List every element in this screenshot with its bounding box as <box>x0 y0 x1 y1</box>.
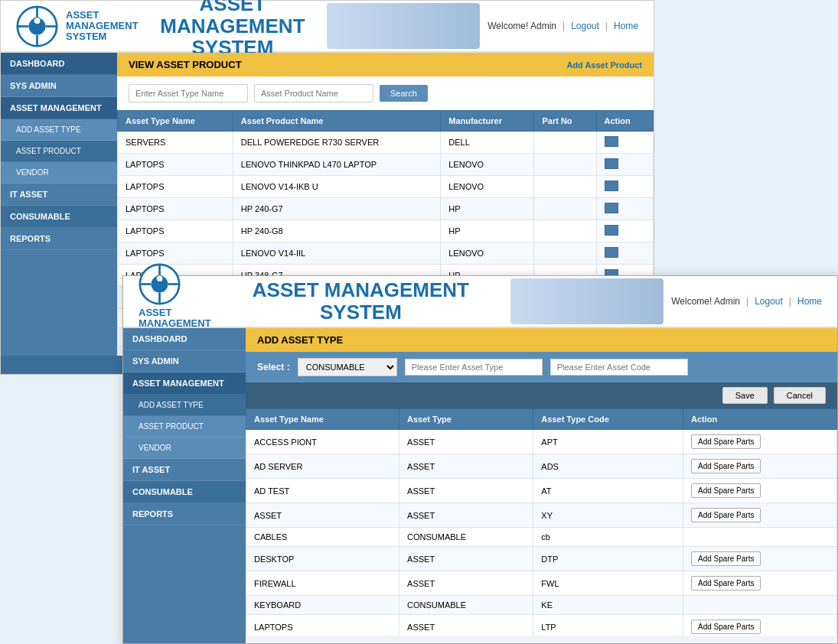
add-spare-parts-button[interactable]: Add Spare Parts <box>691 620 761 634</box>
logo-text: ASSETMANAGEMENTSYSTEM <box>66 10 139 43</box>
table-row: DESKTOPASSETDTPAdd Spare Parts <box>246 547 837 571</box>
edit-icon[interactable] <box>605 203 618 213</box>
add-asset-form-row: Select : ASSET CONSUMABLE <box>246 352 837 382</box>
sidebar-item-sysadmin[interactable]: SYS ADMIN <box>1 75 117 97</box>
col-part-no: Part No <box>534 111 596 132</box>
asset-code-input[interactable] <box>550 359 688 376</box>
col-action: Action <box>596 111 653 132</box>
cancel-button[interactable]: Cancel <box>774 387 826 404</box>
app-title2: ASSET MANAGEMENT SYSTEM <box>211 279 511 323</box>
table-row: CABLESCONSUMABLEcb <box>246 528 837 547</box>
add-asset-title: ADD ASSET TYPE <box>257 334 343 346</box>
user-nav: Welcome! Admin | Logout | Home <box>487 21 638 31</box>
select-label: Select : <box>257 362 290 372</box>
table-row: LAPTOPSHP 240-G7HP <box>118 198 654 220</box>
sidebar-item-asset-product[interactable]: ASSET PRODUCT <box>1 141 117 162</box>
s2-add-asset-type[interactable]: ADD ASSET TYPE <box>123 395 246 416</box>
col-product-name: Asset Product Name <box>233 111 440 132</box>
logout-link[interactable]: Logout <box>571 21 599 31</box>
add-spare-parts-button[interactable]: Add Spare Parts <box>691 576 761 590</box>
asset-type-table-wrap: Asset Type Name Asset Type Asset Type Co… <box>246 408 837 636</box>
table-row: AD SERVERASSETADSAdd Spare Parts <box>246 454 837 479</box>
col-asset-type: Asset Type Name <box>118 111 233 132</box>
table-row: ASSETASSETXYAdd Spare Parts <box>246 503 837 528</box>
sidebar2: DASHBOARD SYS ADMIN ASSET MANAGEMENT ADD… <box>123 328 246 643</box>
section-title-1: VIEW ASSET PRODUCT <box>129 59 242 70</box>
table-row: LAPTOPSASSETLTPAdd Spare Parts <box>246 615 837 636</box>
edit-icon[interactable] <box>605 136 618 147</box>
add-asset-product-link[interactable]: Add Asset Product <box>566 60 642 70</box>
s2-asset-product[interactable]: ASSET PRODUCT <box>123 416 246 437</box>
svg-point-6 <box>34 17 41 24</box>
table-row: LAPTOPSLENOVO V14-IILLENOVO <box>118 242 654 265</box>
table-row: LAPTOPSLENOVO V14-IKB ULENOVO <box>118 176 654 198</box>
t2-col-code: Asset Type Code <box>533 409 683 430</box>
asset-type-select[interactable]: ASSET CONSUMABLE <box>298 358 397 376</box>
t2-col-action: Action <box>683 409 837 430</box>
edit-icon[interactable] <box>605 181 618 191</box>
sidebar-item-vendor[interactable]: VENDOR <box>1 162 117 184</box>
search-asset-type-input[interactable] <box>129 84 248 102</box>
search-bar: Search <box>117 76 654 110</box>
home-link2[interactable]: Home <box>797 296 822 307</box>
header-banner <box>327 3 480 49</box>
t2-col-type: Asset Type <box>399 409 533 430</box>
window-add-asset-type: ASSETMANAGEMENTSYSTEM ASSET MANAGEMENT S… <box>122 275 838 644</box>
w2-body: DASHBOARD SYS ADMIN ASSET MANAGEMENT ADD… <box>123 328 837 643</box>
t2-col-name: Asset Type Name <box>246 409 399 430</box>
add-spare-parts-button[interactable]: Add Spare Parts <box>691 459 761 473</box>
main-content-2: ADD ASSET TYPE Select : ASSET CONSUMABLE… <box>246 328 837 643</box>
s2-dashboard[interactable]: DASHBOARD <box>123 328 246 350</box>
asset-type-input[interactable] <box>405 359 543 376</box>
logout-link2[interactable]: Logout <box>755 296 783 307</box>
table-row: FIREWALLASSETFWLAdd Spare Parts <box>246 571 837 596</box>
app-title: ASSET MANAGEMENT SYSTEM <box>139 0 328 59</box>
edit-icon[interactable] <box>605 247 618 258</box>
add-spare-parts-button[interactable]: Add Spare Parts <box>691 483 761 498</box>
save-button[interactable]: Save <box>722 387 768 404</box>
sidebar-item-consumable[interactable]: CONSUMABLE <box>1 206 117 228</box>
s2-sysadmin[interactable]: SYS ADMIN <box>123 350 246 372</box>
search-button[interactable]: Search <box>380 85 428 102</box>
logo-area: ASSETMANAGEMENTSYSTEM <box>16 5 139 47</box>
sidebar-item-asset-mgmt[interactable]: ASSET MANAGEMENT <box>1 97 117 119</box>
logo-icon <box>16 5 58 47</box>
add-spare-parts-button[interactable]: Add Spare Parts <box>691 551 761 566</box>
sidebar-item-reports[interactable]: REPORTS <box>1 228 117 250</box>
add-spare-parts-button[interactable]: Add Spare Parts <box>691 434 761 449</box>
sidebar-item-it-asset[interactable]: IT ASSET <box>1 184 117 206</box>
col-manufacturer: Manufacturer <box>441 111 534 132</box>
s2-reports[interactable]: REPORTS <box>123 503 246 525</box>
header2: ASSETMANAGEMENTSYSTEM ASSET MANAGEMENT S… <box>123 276 837 328</box>
add-asset-header: ADD ASSET TYPE <box>246 328 837 352</box>
table-row: LAPTOPSLENOVO THINKPAD L470 LAPTOPLENOVO <box>118 154 654 176</box>
sidebar-item-add-asset-type[interactable]: ADD ASSET TYPE <box>1 119 117 141</box>
edit-icon[interactable] <box>605 158 618 169</box>
table-row: SERVERSDELL POWEREDGE R730 SERVERDELL <box>118 132 654 154</box>
asset-type-table: Asset Type Name Asset Type Asset Type Co… <box>246 408 837 636</box>
user-nav2: Welcome! Admin | Logout | Home <box>671 296 822 307</box>
save-cancel-row: Save Cancel <box>246 382 837 408</box>
add-spare-parts-button[interactable]: Add Spare Parts <box>691 508 761 522</box>
table-row: AD TESTASSETATAdd Spare Parts <box>246 479 837 503</box>
table-row: LAPTOPSHP 240-G8HP <box>118 220 654 242</box>
svg-point-13 <box>156 275 163 281</box>
search-product-name-input[interactable] <box>254 84 373 102</box>
header: ASSETMANAGEMENTSYSTEM ASSET MANAGEMENT S… <box>1 1 654 53</box>
home-link[interactable]: Home <box>614 21 638 31</box>
sidebar1: DASHBOARD SYS ADMIN ASSET MANAGEMENT ADD… <box>1 53 117 374</box>
sidebar-item-dashboard[interactable]: DASHBOARD <box>1 53 117 75</box>
section-header-1: VIEW ASSET PRODUCT Add Asset Product <box>117 53 654 76</box>
s2-asset-mgmt[interactable]: ASSET MANAGEMENT <box>123 372 246 395</box>
s2-vendor[interactable]: VENDOR <box>123 437 246 459</box>
header-banner2 <box>510 278 664 324</box>
s2-consumable[interactable]: CONSUMABLE <box>123 481 246 503</box>
s2-it-asset[interactable]: IT ASSET <box>123 459 246 481</box>
logo-icon2 <box>139 263 181 305</box>
edit-icon[interactable] <box>605 225 618 236</box>
table-row: KEYBOARDCONSUMABLEKE <box>246 596 837 615</box>
table-row: ACCESS PIONTASSETAPTAdd Spare Parts <box>246 430 837 454</box>
